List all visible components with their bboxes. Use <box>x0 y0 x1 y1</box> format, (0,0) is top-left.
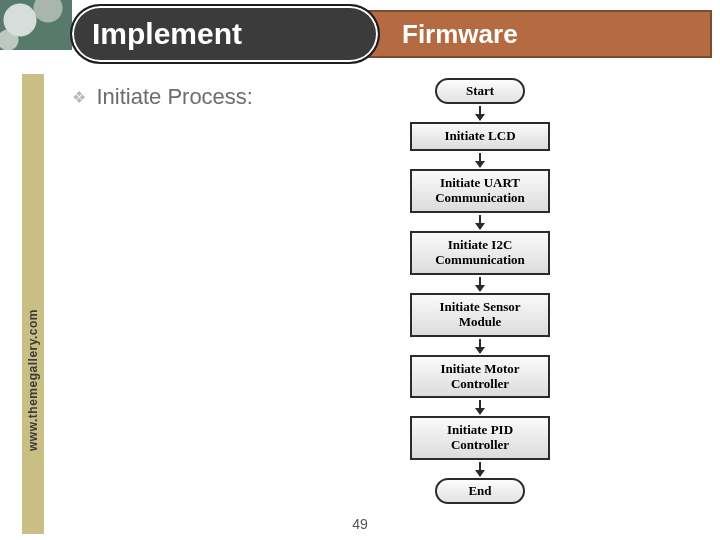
flowchart: StartInitiate LCDInitiate UARTCommunicat… <box>360 78 600 504</box>
side-watermark: www.themegallery.com <box>22 280 44 480</box>
flow-arrow <box>479 215 481 229</box>
flow-arrow <box>479 400 481 414</box>
flow-node-sens: Initiate SensorModule <box>410 293 550 337</box>
flow-arrow <box>479 339 481 353</box>
flow-node-uart: Initiate UARTCommunication <box>410 169 550 213</box>
pill-title: Implement <box>92 17 242 51</box>
flow-node-i2c: Initiate I2CCommunication <box>410 231 550 275</box>
corner-decoration <box>0 0 72 50</box>
flow-arrow <box>479 106 481 120</box>
bullet-row: ❖ Initiate Process: <box>72 84 253 110</box>
header-pill: Implement <box>70 4 380 64</box>
flow-node-motor: Initiate MotorController <box>410 355 550 399</box>
flow-arrow <box>479 277 481 291</box>
flow-arrow <box>479 462 481 476</box>
slide-header: Firmware Implement <box>70 4 712 66</box>
bullet-icon: ❖ <box>72 88 86 107</box>
bullet-text: Initiate Process: <box>96 84 253 109</box>
banner-title: Firmware <box>402 19 518 50</box>
flow-node-lcd: Initiate LCD <box>410 122 550 151</box>
watermark-text: www.themegallery.com <box>26 309 40 451</box>
flow-node-start: Start <box>435 78 525 104</box>
flow-node-pid: Initiate PIDController <box>410 416 550 460</box>
flow-arrow <box>479 153 481 167</box>
flow-node-end: End <box>435 478 525 504</box>
page-number-value: 49 <box>352 516 368 532</box>
page-number: 49 <box>0 516 720 532</box>
